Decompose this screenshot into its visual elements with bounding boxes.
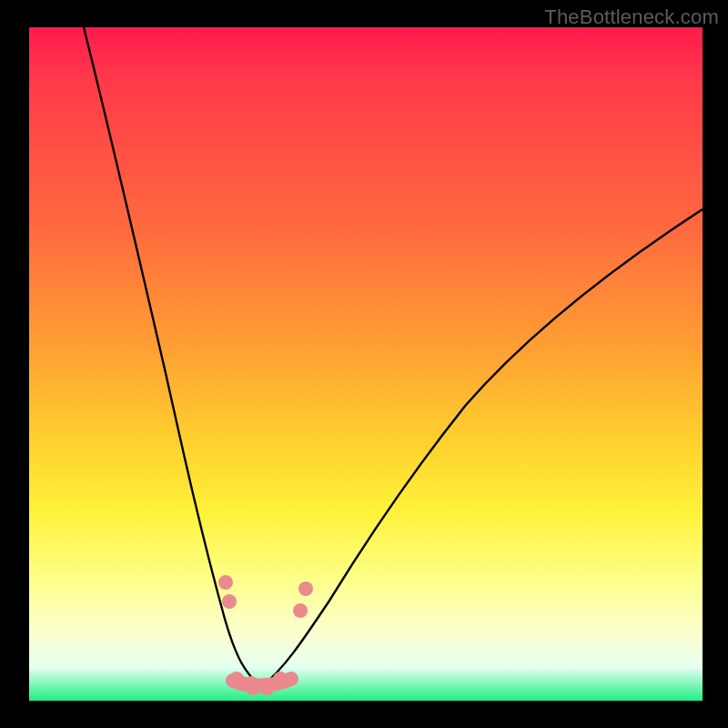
svg-point-0 [218, 575, 233, 590]
svg-point-1 [222, 594, 237, 609]
pink-dots [218, 575, 313, 695]
curve-layer [29, 27, 703, 701]
svg-point-7 [298, 581, 313, 596]
chart-frame: TheBottleneck.com [0, 0, 728, 728]
left-curve [84, 27, 261, 687]
svg-point-9 [260, 681, 275, 695]
right-curve [261, 209, 703, 687]
svg-point-6 [293, 603, 308, 618]
svg-point-5 [273, 672, 288, 686]
watermark-text: TheBottleneck.com [544, 5, 719, 29]
plot-area [29, 27, 703, 701]
svg-point-8 [246, 681, 260, 695]
svg-point-2 [229, 672, 244, 686]
